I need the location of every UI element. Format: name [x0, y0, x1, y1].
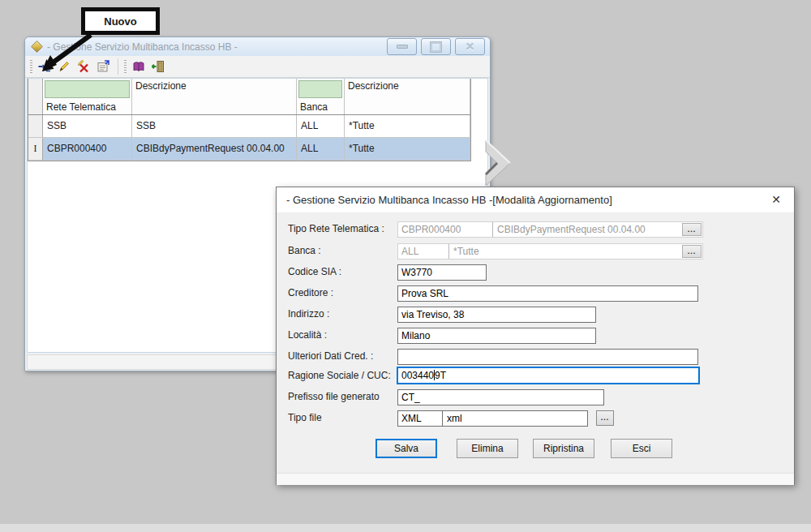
field-row-ragione-sociale: Ragione Sociale / CUC: 0034409T: [277, 367, 794, 384]
label-tipo-file: Tipo file: [288, 412, 322, 423]
row-selector-cell[interactable]: I: [28, 138, 43, 160]
minimize-icon: [397, 45, 408, 49]
row-selector-cell[interactable]: [28, 115, 43, 137]
elimina-button[interactable]: Elimina: [457, 439, 518, 458]
header-green-box: [298, 80, 342, 98]
help-book-icon: [131, 59, 146, 74]
desktop-background: - Gestione Servizio Multibanca Incasso H…: [0, 0, 811, 532]
cell-descrizione-2: *Tutte: [345, 138, 470, 160]
table-row[interactable]: I CBPR000400 CBIBdyPaymentRequest 00.04.…: [28, 138, 470, 161]
minimize-button[interactable]: [387, 38, 417, 55]
field-row-prefisso: Prefisso file generato CT_: [277, 389, 794, 407]
toolbar-separator: [118, 58, 118, 75]
prefisso-file-input[interactable]: CT_: [397, 389, 604, 405]
label-prefisso: Prefisso file generato: [288, 391, 380, 402]
table-row[interactable]: SSB SSB ALL *Tutte: [28, 115, 470, 138]
close-icon: ✕: [466, 41, 474, 52]
header-label: Descrizione: [132, 79, 296, 93]
banca-field[interactable]: ALL *Tutte ...: [397, 243, 703, 260]
label-creditore: Creditore :: [288, 287, 333, 298]
desktop-bottom-strip: [0, 524, 811, 532]
dialog-footer-strip: [277, 473, 794, 485]
cell-descrizione-2: *Tutte: [345, 115, 470, 137]
creditore-input[interactable]: Prova SRL: [397, 285, 698, 302]
label-localita: Località :: [288, 329, 327, 341]
close-button[interactable]: ✕: [455, 38, 485, 55]
tipo-file-browse-button[interactable]: ...: [596, 410, 614, 426]
tipo-file-description: xml: [443, 411, 587, 426]
header-label: Rete Telematica: [43, 100, 131, 114]
codice-sia-input[interactable]: W3770: [397, 264, 487, 281]
label-banca: Banca :: [288, 245, 321, 256]
callout-arrow: [29, 31, 102, 78]
ragione-sociale-input[interactable]: 0034409T: [397, 367, 700, 384]
aggiornamento-dialog: - Gestione Servizio Multibanca Incasso H…: [276, 187, 795, 485]
ripristina-button[interactable]: Ripristina: [533, 439, 594, 458]
toolbar-grip-2[interactable]: [124, 60, 127, 73]
field-row-ulteriori: Ulteriori Dati Cred. :: [277, 349, 794, 367]
header-selector-cell: [28, 79, 43, 114]
localita-input[interactable]: Milano: [397, 328, 596, 344]
field-row-localita: Località : Milano: [277, 328, 794, 345]
banca-browse-button[interactable]: ...: [682, 245, 702, 258]
header-descrizione-1[interactable]: Descrizione: [132, 79, 297, 114]
label-ragione-sociale: Ragione Sociale / CUC:: [288, 370, 391, 381]
tipo-file-field[interactable]: XML xml: [397, 410, 588, 427]
label-codice-sia: Codice SIA :: [288, 266, 341, 277]
dialog-title: - Gestione Servizio Multibanca Incasso H…: [286, 187, 612, 212]
banca-description: *Tutte: [449, 244, 682, 259]
help-button[interactable]: [130, 58, 148, 75]
maximize-button[interactable]: [421, 38, 451, 55]
cell-rete-telematica: CBPR000400: [43, 138, 132, 160]
header-label: Banca: [297, 100, 344, 114]
salva-button[interactable]: Salva: [375, 439, 437, 458]
cell-descrizione-1: SSB: [132, 115, 297, 137]
dialog-close-button[interactable]: ✕: [758, 187, 794, 212]
cell-rete-telematica: SSB: [43, 115, 132, 137]
header-rete-telematica[interactable]: Rete Telematica: [43, 79, 132, 114]
tipo-rete-browse-button[interactable]: ...: [682, 223, 702, 236]
tipo-rete-description: CBIBdyPaymentRequest 00.04.00: [493, 222, 682, 237]
dialog-titlebar[interactable]: - Gestione Servizio Multibanca Incasso H…: [277, 187, 794, 213]
expand-chevron-decoration: [483, 138, 521, 188]
header-green-box: [45, 80, 130, 98]
label-tipo-rete: Tipo Rete Telematica :: [288, 223, 384, 234]
ulteriori-dati-input[interactable]: [397, 349, 698, 365]
cell-banca: ALL: [297, 115, 345, 137]
maximize-icon: [431, 42, 441, 52]
tipo-file-code: XML: [398, 411, 443, 426]
esci-button[interactable]: Esci: [611, 439, 672, 458]
field-row-banca: Banca : ALL *Tutte ...: [277, 243, 794, 261]
field-row-tipo-file: Tipo file XML xml ...: [277, 410, 794, 428]
cell-descrizione-1: CBIBdyPaymentRequest 00.04.00: [132, 138, 297, 160]
exit-door-icon: [151, 59, 165, 74]
cell-banca: ALL: [297, 138, 345, 160]
header-label: Descrizione: [345, 79, 470, 93]
tipo-rete-code: CBPR000400: [398, 222, 493, 237]
table-header-row: Rete Telematica Descrizione Banca Descri…: [28, 79, 470, 115]
records-table: Rete Telematica Descrizione Banca Descri…: [28, 79, 471, 161]
header-banca[interactable]: Banca: [297, 79, 345, 114]
banca-code: ALL: [398, 244, 449, 259]
exit-button[interactable]: [149, 58, 167, 75]
field-row-codice-sia: Codice SIA : W3770: [277, 264, 794, 282]
field-row-indirizzo: Indirizzo : via Treviso, 38: [277, 307, 794, 324]
header-descrizione-2[interactable]: Descrizione: [345, 79, 470, 114]
nuovo-callout-label: Nuovo: [104, 15, 136, 28]
label-indirizzo: Indirizzo :: [288, 308, 329, 320]
tipo-rete-field[interactable]: CBPR000400 CBIBdyPaymentRequest 00.04.00…: [397, 221, 703, 238]
label-ulteriori: Ulteriori Dati Cred. :: [288, 350, 373, 362]
indirizzo-input[interactable]: via Treviso, 38: [397, 307, 596, 323]
field-row-tipo-rete: Tipo Rete Telematica : CBPR000400 CBIBdy…: [277, 221, 794, 239]
field-row-creditore: Creditore : Prova SRL: [277, 285, 794, 303]
